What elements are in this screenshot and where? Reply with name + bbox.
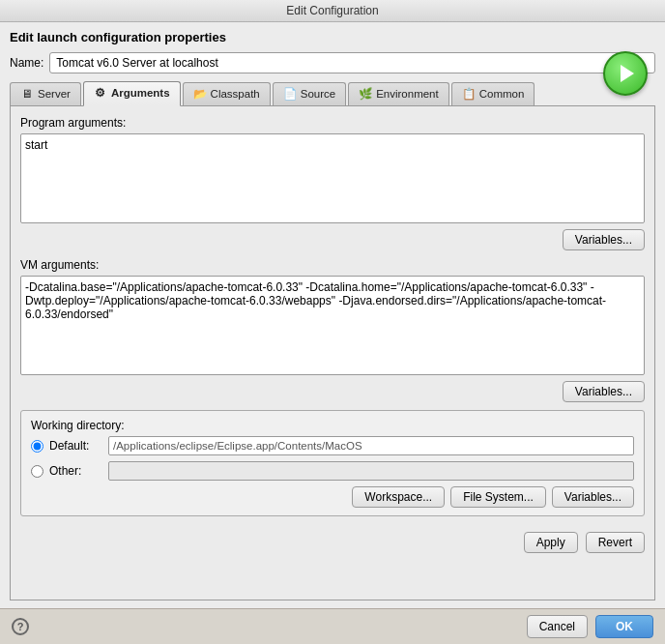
arguments-icon: ⚙ bbox=[94, 86, 107, 100]
program-arguments-input[interactable]: start bbox=[25, 138, 640, 216]
vm-variables-row: Variables... bbox=[20, 381, 645, 402]
default-radio-row: Default: bbox=[31, 436, 634, 455]
tab-source-label: Source bbox=[301, 88, 335, 100]
program-arguments-label: Program arguments: bbox=[20, 116, 645, 130]
working-directory-section: Working directory: Default: Other: Works… bbox=[20, 410, 645, 516]
tab-server[interactable]: 🖥 Server bbox=[10, 82, 81, 105]
working-dir-buttons: Workspace... File System... Variables... bbox=[31, 486, 634, 508]
tab-environment[interactable]: 🌿 Environment bbox=[348, 82, 449, 105]
tab-common-label: Common bbox=[479, 88, 525, 100]
program-arguments-wrapper: start bbox=[20, 133, 645, 223]
working-variables-button[interactable]: Variables... bbox=[552, 486, 634, 508]
server-icon: 🖥 bbox=[20, 87, 34, 101]
footer-right: Cancel OK bbox=[527, 615, 653, 638]
workspace-button[interactable]: Workspace... bbox=[352, 486, 445, 508]
ok-button[interactable]: OK bbox=[595, 615, 653, 638]
common-icon: 📋 bbox=[462, 87, 476, 101]
run-button[interactable] bbox=[603, 51, 648, 96]
program-variables-row: Variables... bbox=[20, 229, 645, 250]
vm-variables-button[interactable]: Variables... bbox=[563, 381, 645, 402]
name-row: Name: bbox=[10, 52, 655, 73]
title-bar: Edit Configuration bbox=[0, 0, 665, 22]
tab-common[interactable]: 📋 Common bbox=[451, 82, 535, 105]
tab-classpath[interactable]: 📂 Classpath bbox=[183, 82, 271, 105]
vm-arguments-wrapper: -Dcatalina.base="/Applications/apache-to… bbox=[20, 276, 645, 375]
content-panel: Program arguments: start Variables... VM… bbox=[10, 106, 655, 600]
tab-server-label: Server bbox=[38, 88, 71, 100]
bottom-buttons: Apply Revert bbox=[20, 524, 645, 557]
default-radio[interactable] bbox=[31, 440, 43, 453]
vm-arguments-label: VM arguments: bbox=[20, 258, 645, 272]
help-icon[interactable]: ? bbox=[12, 618, 29, 635]
title-text: Edit Configuration bbox=[286, 4, 378, 17]
default-radio-label: Default: bbox=[49, 439, 102, 453]
footer-bar: ? Cancel OK bbox=[0, 608, 665, 644]
classpath-icon: 📂 bbox=[193, 87, 207, 101]
tab-classpath-label: Classpath bbox=[211, 88, 260, 100]
program-variables-button[interactable]: Variables... bbox=[563, 229, 645, 250]
name-input[interactable] bbox=[49, 52, 655, 73]
tab-source[interactable]: 📄 Source bbox=[273, 82, 346, 105]
other-radio-row: Other: bbox=[31, 461, 634, 481]
other-dir-input bbox=[108, 461, 634, 481]
tab-environment-label: Environment bbox=[376, 88, 439, 100]
file-system-button[interactable]: File System... bbox=[450, 486, 546, 508]
tab-arguments-label: Arguments bbox=[111, 87, 170, 99]
environment-icon: 🌿 bbox=[359, 87, 372, 101]
tabs-bar: 🖥 Server ⚙ Arguments 📂 Classpath 📄 Sourc… bbox=[10, 81, 655, 106]
default-dir-input bbox=[108, 436, 634, 455]
source-icon: 📄 bbox=[283, 87, 297, 101]
other-radio-label: Other: bbox=[49, 464, 102, 478]
page-title: Edit launch configuration properties bbox=[10, 30, 655, 44]
working-directory-label: Working directory: bbox=[31, 419, 634, 432]
other-radio[interactable] bbox=[31, 465, 43, 478]
revert-button[interactable]: Revert bbox=[586, 532, 645, 553]
name-label: Name: bbox=[10, 56, 43, 70]
tab-arguments[interactable]: ⚙ Arguments bbox=[83, 81, 181, 106]
cancel-button[interactable]: Cancel bbox=[527, 615, 588, 638]
apply-button[interactable]: Apply bbox=[524, 532, 578, 553]
vm-arguments-input[interactable]: -Dcatalina.base="/Applications/apache-to… bbox=[25, 280, 640, 367]
